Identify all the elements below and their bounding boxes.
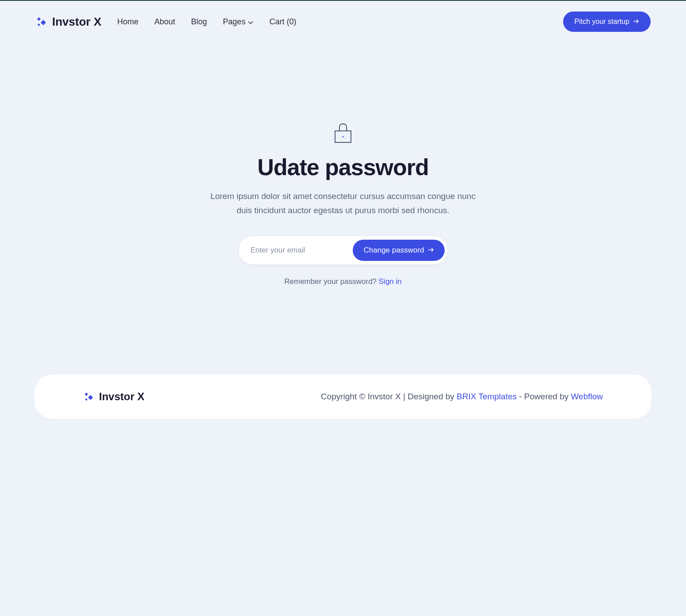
- chevron-down-icon: [248, 17, 253, 27]
- brix-link[interactable]: BRIX Templates: [457, 392, 517, 401]
- footer-copyright: Copyright © Invstor X | Designed by BRIX…: [321, 392, 603, 402]
- header-left: Invstor X Home About Blog Pages Cart (0): [35, 15, 296, 29]
- powered-text: - Powered by: [517, 392, 571, 401]
- email-input[interactable]: [241, 239, 353, 262]
- remember-text: Remember your password? Sign in: [284, 277, 402, 286]
- logo[interactable]: Invstor X: [35, 15, 101, 29]
- page-title: Udate password: [257, 154, 429, 180]
- footer-logo-text: Invstor X: [99, 390, 145, 403]
- lock-icon: [333, 122, 353, 145]
- pitch-button-label: Pitch your startup: [575, 18, 630, 26]
- arrow-right-icon: [428, 246, 434, 255]
- change-password-button[interactable]: Change password: [353, 240, 444, 261]
- logo-icon: [83, 391, 95, 402]
- footer: Invstor X Copyright © Invstor X | Design…: [34, 375, 652, 419]
- logo-icon: [35, 15, 48, 28]
- footer-logo[interactable]: Invstor X: [83, 390, 145, 403]
- password-form: Change password: [238, 236, 447, 265]
- nav-pages-label: Pages: [223, 17, 245, 27]
- copyright-prefix: Copyright © Invstor X | Designed by: [321, 392, 457, 401]
- nav-about[interactable]: About: [154, 17, 175, 27]
- logo-text: Invstor X: [52, 15, 101, 29]
- header: Invstor X Home About Blog Pages Cart (0)…: [0, 1, 686, 42]
- nav: Home About Blog Pages Cart (0): [117, 17, 296, 27]
- nav-cart[interactable]: Cart (0): [269, 17, 296, 27]
- signin-link[interactable]: Sign in: [379, 277, 402, 286]
- change-button-label: Change password: [363, 246, 424, 255]
- nav-pages[interactable]: Pages: [223, 17, 253, 27]
- nav-home[interactable]: Home: [117, 17, 138, 27]
- webflow-link[interactable]: Webflow: [571, 392, 603, 401]
- page-subtitle: Lorem ipsum dolor sit amet consectetur c…: [206, 189, 480, 218]
- arrow-right-icon: [633, 18, 639, 26]
- remember-label: Remember your password?: [284, 277, 379, 286]
- svg-point-1: [343, 136, 344, 138]
- nav-blog[interactable]: Blog: [191, 17, 207, 27]
- pitch-startup-button[interactable]: Pitch your startup: [563, 11, 651, 32]
- main-content: Udate password Lorem ipsum dolor sit ame…: [0, 42, 686, 375]
